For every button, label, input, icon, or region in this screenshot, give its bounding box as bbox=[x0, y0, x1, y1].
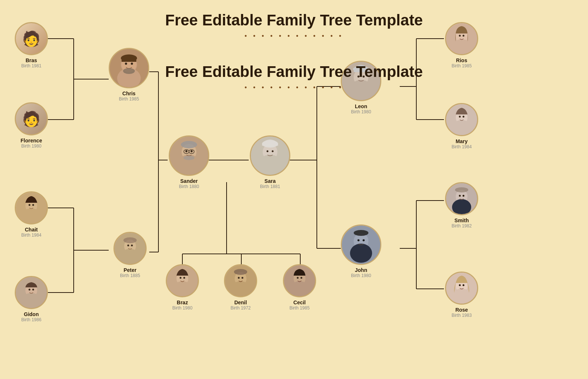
avatar-cecil bbox=[283, 264, 316, 297]
name-cecil: Cecil bbox=[293, 300, 305, 305]
avatar-rose bbox=[445, 272, 478, 305]
name-rios: Rios bbox=[456, 57, 467, 63]
svg-point-68 bbox=[272, 150, 274, 152]
svg-point-112 bbox=[463, 195, 465, 197]
avatar-gidon bbox=[15, 276, 48, 309]
person-smith: Smith Birth 1982 bbox=[441, 182, 482, 229]
svg-point-79 bbox=[242, 277, 244, 279]
avatar-smith bbox=[445, 182, 478, 215]
avatar-peter bbox=[113, 232, 147, 265]
svg-point-73 bbox=[180, 277, 182, 279]
avatar-chait bbox=[15, 191, 48, 224]
birth-sara: Birth 1881 bbox=[260, 184, 280, 189]
birth-smith: Birth 1982 bbox=[452, 223, 472, 229]
svg-point-78 bbox=[238, 277, 240, 279]
name-sander: Sander bbox=[180, 178, 197, 184]
person-peter: Peter Birth 1885 bbox=[106, 232, 154, 278]
birth-peter: Birth 1885 bbox=[120, 273, 140, 278]
name-rose: Rose bbox=[455, 307, 468, 313]
svg-point-100 bbox=[459, 116, 461, 118]
name-chris: Chris bbox=[122, 91, 136, 96]
birth-chris: Birth 1985 bbox=[119, 96, 139, 102]
svg-point-52 bbox=[131, 245, 133, 247]
avatar-sander bbox=[169, 135, 209, 176]
birth-sander: Birth 1880 bbox=[179, 184, 199, 189]
avatar-john bbox=[341, 224, 381, 265]
avatar-braz bbox=[166, 264, 199, 297]
birth-leon: Birth 1980 bbox=[351, 109, 371, 114]
svg-point-53 bbox=[123, 237, 137, 243]
person-chait: Chait Birth 1984 bbox=[11, 191, 52, 238]
name-leon: Leon bbox=[355, 103, 367, 109]
svg-point-51 bbox=[127, 245, 129, 247]
birth-gidon: Birth 1986 bbox=[21, 317, 42, 322]
birth-bras: Birth 1981 bbox=[21, 63, 42, 68]
name-chait: Chait bbox=[25, 227, 38, 233]
birth-cecil: Birth 1985 bbox=[290, 305, 310, 311]
avatar-rios bbox=[445, 22, 478, 55]
svg-point-118 bbox=[463, 284, 465, 286]
svg-point-41 bbox=[29, 204, 31, 206]
birth-chait: Birth 1984 bbox=[21, 233, 42, 238]
tree-container: Free Editable Family Tree Template • • •… bbox=[0, 0, 588, 379]
birth-denil: Birth 1972 bbox=[231, 305, 251, 311]
svg-point-95 bbox=[459, 35, 461, 37]
person-sara: Sara Birth 1881 bbox=[246, 135, 294, 189]
person-mary: Mary Birth 1984 bbox=[441, 103, 482, 149]
svg-point-57 bbox=[185, 150, 188, 152]
person-denil: Denil Birth 1972 bbox=[220, 264, 261, 311]
svg-point-96 bbox=[463, 35, 465, 37]
svg-point-107 bbox=[354, 230, 368, 236]
svg-point-63 bbox=[183, 156, 195, 160]
person-bras: 🧑 Bras Birth 1981 bbox=[11, 22, 52, 68]
svg-point-35 bbox=[131, 63, 133, 65]
name-florence: Florence bbox=[21, 138, 42, 144]
dot-separator: • • • • • • • • • • • • bbox=[147, 84, 441, 92]
main-title: Free Editable Family Tree Template bbox=[147, 52, 441, 81]
name-peter: Peter bbox=[123, 267, 136, 273]
page-title: Free Editable Family Tree Template bbox=[0, 0, 588, 29]
svg-point-111 bbox=[459, 195, 461, 197]
avatar-mary bbox=[445, 103, 478, 136]
person-john: John Birth 1980 bbox=[337, 224, 385, 278]
name-bras: Bras bbox=[25, 57, 37, 63]
avatar-bras: 🧑 bbox=[15, 22, 48, 55]
svg-point-104 bbox=[350, 244, 372, 263]
birth-florence: Birth 1980 bbox=[21, 144, 42, 149]
svg-point-105 bbox=[357, 239, 360, 241]
svg-point-80 bbox=[234, 269, 247, 275]
birth-john: Birth 1980 bbox=[351, 273, 371, 278]
name-denil: Denil bbox=[234, 300, 247, 305]
svg-point-67 bbox=[267, 150, 269, 152]
name-smith: Smith bbox=[455, 217, 469, 223]
avatar-florence: 🧑 bbox=[15, 102, 48, 135]
birth-mary: Birth 1984 bbox=[452, 144, 472, 149]
svg-point-84 bbox=[297, 277, 299, 279]
avatar-sara bbox=[250, 135, 290, 176]
svg-point-66 bbox=[259, 155, 281, 174]
name-gidon: Gidon bbox=[24, 311, 39, 317]
svg-point-37 bbox=[123, 68, 135, 74]
svg-point-34 bbox=[125, 63, 127, 65]
svg-point-113 bbox=[455, 187, 468, 192]
birth-rose: Birth 1983 bbox=[452, 313, 472, 318]
person-gidon: Gidon Birth 1986 bbox=[11, 276, 52, 322]
person-sander: Sander Birth 1880 bbox=[165, 135, 213, 189]
name-sara: Sara bbox=[265, 178, 276, 184]
avatar-denil bbox=[224, 264, 257, 297]
svg-point-85 bbox=[301, 277, 302, 279]
person-braz: Braz Birth 1980 bbox=[162, 264, 203, 311]
svg-point-46 bbox=[29, 289, 31, 291]
svg-point-47 bbox=[32, 289, 34, 291]
name-john: John bbox=[355, 267, 367, 273]
svg-point-74 bbox=[183, 277, 185, 279]
svg-point-117 bbox=[459, 284, 461, 286]
person-rios: Rios Birth 1985 bbox=[441, 22, 482, 68]
name-mary: Mary bbox=[456, 138, 468, 144]
person-chris: Chris Birth 1985 bbox=[105, 48, 153, 102]
decorative-dots: • • • • • • • • • • • • bbox=[0, 32, 588, 40]
birth-rios: Birth 1985 bbox=[452, 63, 472, 68]
svg-point-101 bbox=[463, 116, 465, 118]
title-area: Free Editable Family Tree Template • • •… bbox=[147, 52, 441, 92]
person-florence: 🧑 Florence Birth 1980 bbox=[11, 102, 52, 149]
